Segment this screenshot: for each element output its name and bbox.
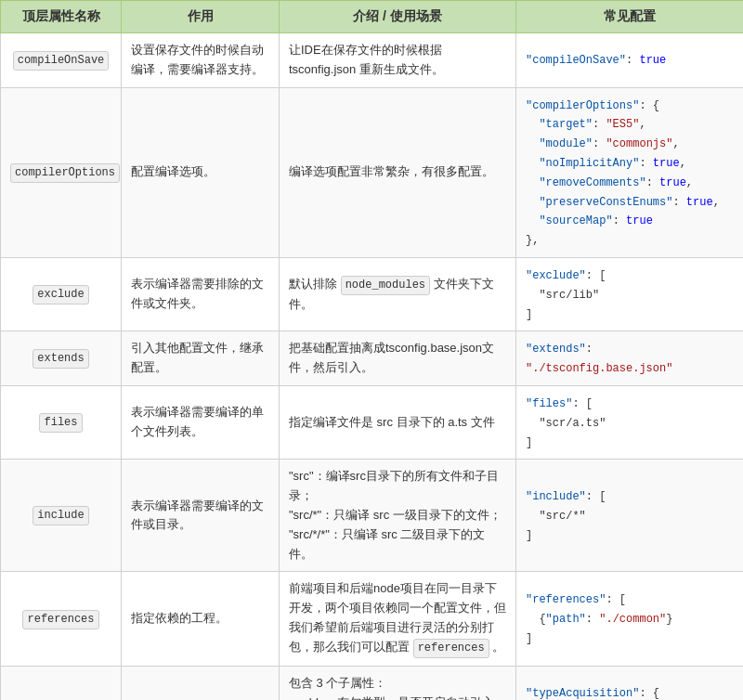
property-name: exclude xyxy=(33,285,88,305)
cell-intro: 包含 3 个子属性： enable：布尔类型，是否开启自动引入库类型定义文件(.… xyxy=(280,666,516,700)
cell-role: 配置编译选项。 xyxy=(122,87,280,257)
cell-config: "typeAcquisition": { "enable": false, "e… xyxy=(516,666,744,700)
table-row: include表示编译器需要编译的文件或目录。"src"：编译src目录下的所有… xyxy=(1,460,744,572)
cell-role: 表示编译器需要排除的文件或文件夹。 xyxy=(122,257,280,331)
cell-name: typeAcquisition xyxy=(1,666,122,700)
cell-name: compileOnSave xyxy=(1,33,122,88)
cell-config: "include": [ "src/*" ] xyxy=(516,460,744,572)
cell-intro: 默认排除 node_modules 文件夹下文件。 xyxy=(280,257,516,331)
table-row: compileOnSave设置保存文件的时候自动编译，需要编译器支持。让IDE在… xyxy=(1,33,744,88)
cell-name: include xyxy=(1,460,122,572)
config-code: "compilerOptions": { "target": "ES5", "m… xyxy=(526,99,720,248)
cell-role: 引入其他配置文件，继承配置。 xyxy=(122,331,280,386)
cell-config: "files": [ "scr/a.ts" ] xyxy=(516,385,744,459)
cell-role: 设置自动引入库类型定义文件(.d.ts)相关。 xyxy=(122,666,280,700)
cell-role: 设置保存文件的时候自动编译，需要编译器支持。 xyxy=(122,33,280,88)
property-name: compileOnSave xyxy=(13,51,110,71)
table-row: files表示编译器需要编译的单个文件列表。指定编译文件是 src 目录下的 a… xyxy=(1,385,744,459)
cell-intro: 编译选项配置非常繁杂，有很多配置。 xyxy=(280,87,516,257)
table-row: compilerOptions配置编译选项。编译选项配置非常繁杂，有很多配置。"… xyxy=(1,87,744,257)
table-row: exclude表示编译器需要排除的文件或文件夹。默认排除 node_module… xyxy=(1,257,744,331)
config-code: "exclude": [ "src/lib" ] xyxy=(526,269,606,321)
config-code: "extends": "./tsconfig.base.json" xyxy=(526,343,672,375)
cell-config: "extends": "./tsconfig.base.json" xyxy=(516,331,744,386)
config-code: "files": [ "scr/a.ts" ] xyxy=(526,397,606,449)
property-name: extends xyxy=(33,349,88,369)
header-col-config: 常见配置 xyxy=(516,1,744,33)
table-header-row: 顶层属性名称 作用 介绍 / 使用场景 常见配置 xyxy=(1,1,744,33)
config-code: "include": [ "src/*" ] xyxy=(526,490,606,542)
cell-name: exclude xyxy=(1,257,122,331)
cell-config: "exclude": [ "src/lib" ] xyxy=(516,257,744,331)
table-row: extends引入其他配置文件，继承配置。把基础配置抽离成tsconfig.ba… xyxy=(1,331,744,386)
cell-name: files xyxy=(1,385,122,459)
cell-intro: 前端项目和后端node项目在同一目录下开发，两个项目依赖同一个配置文件，但我们希… xyxy=(280,572,516,667)
config-code: "compileOnSave": true xyxy=(526,54,666,67)
cell-name: references xyxy=(1,572,122,667)
header-col-intro: 介绍 / 使用场景 xyxy=(280,1,516,33)
cell-intro: 让IDE在保存文件的时候根据 tsconfig.json 重新生成文件。 xyxy=(280,33,516,88)
property-name: references xyxy=(22,610,98,629)
property-name: files xyxy=(39,413,82,433)
cell-role: 表示编译器需要编译的单个文件列表。 xyxy=(122,385,280,459)
main-table: 顶层属性名称 作用 介绍 / 使用场景 常见配置 compileOnSave设置… xyxy=(0,0,743,700)
header-col-name: 顶层属性名称 xyxy=(1,1,122,33)
table-body: compileOnSave设置保存文件的时候自动编译，需要编译器支持。让IDE在… xyxy=(1,33,744,701)
config-code: "typeAcquisition": { "enable": false, "e… xyxy=(526,687,686,700)
table-row: references指定依赖的工程。前端项目和后端node项目在同一目录下开发，… xyxy=(1,572,744,667)
config-code: "references": [ {"path": "./common"} ] xyxy=(526,593,672,645)
cell-role: 表示编译器需要编译的文件或目录。 xyxy=(122,460,280,572)
table-row: typeAcquisition设置自动引入库类型定义文件(.d.ts)相关。包含… xyxy=(1,666,744,700)
cell-intro: 把基础配置抽离成tsconfig.base.json文件，然后引入。 xyxy=(280,331,516,386)
header-col-role: 作用 xyxy=(122,1,280,33)
cell-config: "references": [ {"path": "./common"} ] xyxy=(516,572,744,667)
cell-config: "compilerOptions": { "target": "ES5", "m… xyxy=(516,87,744,257)
cell-intro: 指定编译文件是 src 目录下的 a.ts 文件 xyxy=(280,385,516,459)
cell-intro: "src"：编译src目录下的所有文件和子目录； "src/*"：只编译 src… xyxy=(280,460,516,572)
cell-name: compilerOptions xyxy=(1,87,122,257)
cell-config: "compileOnSave": true xyxy=(516,33,744,88)
cell-name: extends xyxy=(1,331,122,386)
property-name: compilerOptions xyxy=(10,163,120,183)
cell-role: 指定依赖的工程。 xyxy=(122,572,280,667)
property-name: include xyxy=(33,506,88,525)
